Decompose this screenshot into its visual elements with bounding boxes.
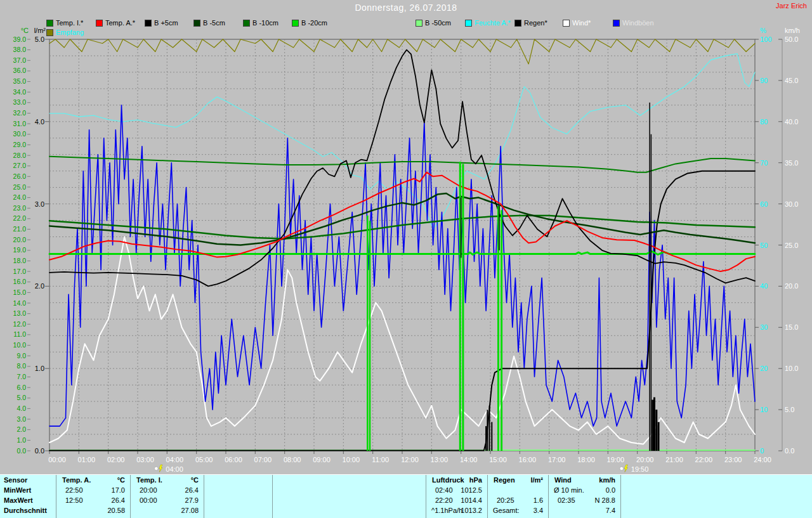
legend-item-windb-en[interactable]: Windböen: [613, 19, 654, 27]
svg-text:5.0: 5.0: [35, 36, 44, 43]
svg-text:45.0: 45.0: [785, 77, 798, 84]
axis-title-temp-c: °C: [21, 27, 29, 34]
legend-item-feuchte-a[interactable]: Feuchte A.*: [465, 19, 511, 27]
legend-item-regen[interactable]: Regen*: [514, 19, 547, 27]
lightning-icon: [159, 465, 162, 472]
svg-text:50.0: 50.0: [785, 36, 798, 43]
legend-swatch-icon: [145, 20, 152, 27]
svg-text:11:00: 11:00: [372, 456, 389, 463]
svg-text:31.0: 31.0: [13, 120, 27, 127]
svg-text:15:00: 15:00: [489, 456, 507, 463]
svg-text:30: 30: [760, 323, 768, 331]
svg-text:18.0: 18.0: [13, 257, 27, 264]
stats-cell-time: 20:00: [140, 486, 157, 494]
stats-cell-value: 3.4: [534, 507, 543, 514]
legend-swatch-icon: [563, 20, 570, 27]
marker-time-label: 04:00: [166, 465, 183, 473]
svg-text:01:00: 01:00: [78, 456, 96, 463]
legend-item-b-10cm[interactable]: B -10cm: [243, 19, 278, 27]
svg-text:20:00: 20:00: [636, 456, 654, 463]
svg-text:4.0: 4.0: [35, 118, 44, 126]
svg-text:0.0: 0.0: [16, 447, 26, 455]
marker-time-label: 19:50: [631, 465, 649, 473]
stats-cell-time: 02:40: [435, 486, 453, 494]
svg-text:35.0: 35.0: [13, 77, 27, 85]
svg-text:6.0: 6.0: [16, 384, 26, 391]
legend-swatch-icon: [46, 29, 53, 36]
svg-text:10:00: 10:00: [343, 456, 360, 463]
legend-item-label: Regen*: [524, 19, 547, 27]
svg-text:10: 10: [760, 406, 768, 413]
legend-item-label: B -10cm: [252, 19, 278, 27]
stats-cell-time: Ø 10 min.: [554, 486, 584, 494]
svg-text:0: 0: [760, 447, 764, 455]
svg-text:0.0: 0.0: [785, 447, 794, 455]
stats-cell-value: 1.6: [534, 496, 543, 504]
legend-item-temp-a[interactable]: Temp. A.*: [96, 19, 135, 27]
svg-text:1.0: 1.0: [16, 436, 26, 444]
legend-swatch-icon: [416, 20, 422, 27]
stats-cell-value: 1013.2: [461, 507, 482, 514]
legend-item-label: Wind*: [572, 19, 591, 27]
axis-title-wind: km/h: [785, 27, 800, 34]
stats-cell-value: 1012.5: [461, 486, 482, 494]
svg-text:90: 90: [760, 77, 768, 84]
svg-text:0.0: 0.0: [35, 447, 44, 455]
legend-item-b-5cm[interactable]: B +5cm: [145, 19, 178, 27]
stats-cell-value: 7.4: [606, 507, 615, 514]
legend-swatch-icon: [193, 20, 200, 27]
station-author-label: Jarz Erich: [776, 2, 807, 10]
page-title: Donnerstag, 26.07.2018: [0, 3, 812, 13]
legend-item-temp-i[interactable]: Temp. I.*: [46, 19, 83, 27]
legend-item-wind[interactable]: Wind*: [563, 19, 591, 27]
stats-col-unit: °C: [117, 476, 125, 484]
stats-column-regen: Regenl/m²20:251.6Gesamt:3.4: [487, 475, 548, 518]
chart-area[interactable]: °Cl/m²%km/h0.01.02.03.04.05.06.07.08.09.…: [0, 0, 812, 474]
stats-column-empty: [272, 475, 426, 518]
svg-text:9.0: 9.0: [16, 352, 26, 359]
legend-item-b-20cm[interactable]: B -20cm: [292, 19, 327, 27]
svg-text:26.0: 26.0: [13, 172, 27, 180]
stats-column-wind: Windkm/hØ 10 min.0.002:35N 28.87.4: [548, 475, 620, 518]
svg-text:08:00: 08:00: [284, 456, 301, 463]
legend-item-label: Feuchte A.*: [475, 19, 511, 27]
legend-item-label: Windböen: [622, 19, 654, 27]
stats-column-temp-a: Temp. A.°C22:5017.012:5026.420.58: [56, 475, 130, 518]
svg-text:25.0: 25.0: [785, 242, 798, 249]
svg-text:32.0: 32.0: [13, 109, 27, 117]
legend-item-label: B -5cm: [203, 19, 225, 27]
svg-text:14.0: 14.0: [13, 299, 27, 307]
svg-text:19:00: 19:00: [607, 456, 625, 463]
stats-cell-value: 1014.4: [461, 496, 482, 504]
svg-text:15.0: 15.0: [13, 288, 27, 296]
svg-text:35.0: 35.0: [785, 159, 798, 167]
legend-item-b-50cm[interactable]: B -50cm: [416, 19, 451, 27]
svg-text:20.0: 20.0: [13, 236, 27, 243]
svg-text:2.0: 2.0: [35, 282, 44, 290]
stats-cell-value: 27.08: [181, 507, 199, 514]
stats-column-empty: [620, 475, 812, 518]
legend-item-b-5cm[interactable]: B -5cm: [193, 19, 225, 27]
stats-cell-time: Gesamt:: [493, 507, 520, 514]
svg-text:40: 40: [760, 282, 768, 290]
svg-text:18:00: 18:00: [577, 456, 595, 463]
stats-col-unit: km/h: [599, 476, 615, 484]
svg-text:09:00: 09:00: [313, 456, 331, 463]
stats-column-empty: [204, 475, 272, 518]
svg-text:21:00: 21:00: [665, 456, 683, 463]
weather-chart-svg[interactable]: °Cl/m²%km/h0.01.02.03.04.05.06.07.08.09.…: [0, 0, 812, 474]
stats-cell-time: 12:50: [65, 496, 83, 504]
stats-row-label-sensor: Sensor: [4, 476, 27, 484]
legend-swatch-icon: [46, 20, 53, 27]
svg-text:60: 60: [760, 200, 768, 208]
marker-dot-icon: [620, 467, 624, 470]
stats-cell-value: N 28.8: [595, 496, 615, 504]
stats-table: SensorMinWertMaxWertDurchschnittTemp. A.…: [0, 474, 812, 518]
svg-text:50: 50: [760, 242, 768, 249]
svg-text:8.0: 8.0: [16, 362, 26, 370]
legend-item-label: Temp. A.*: [105, 19, 135, 27]
svg-text:04:00: 04:00: [166, 456, 184, 463]
legend-item-label: B -20cm: [301, 19, 327, 27]
svg-text:29.0: 29.0: [13, 141, 27, 148]
legend-item-empfang[interactable]: Empfang: [46, 29, 84, 36]
